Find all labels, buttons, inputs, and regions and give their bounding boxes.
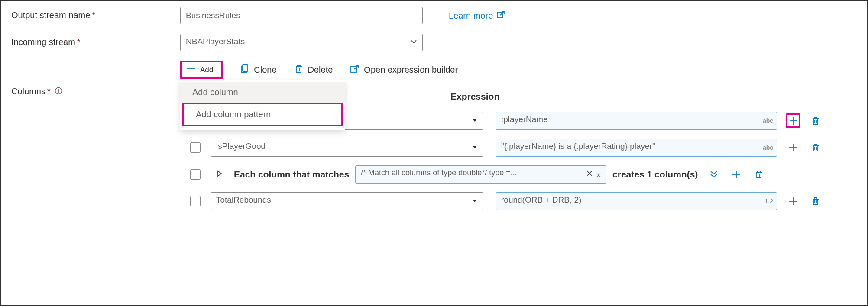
- info-icon[interactable]: [55, 87, 62, 97]
- chevron-down-icon: [410, 38, 417, 47]
- trash-icon: [294, 64, 304, 76]
- delete-row-button[interactable]: [808, 194, 823, 209]
- column-name-select[interactable]: isPlayerGood: [211, 139, 483, 157]
- delete-button[interactable]: Delete: [294, 64, 333, 76]
- delete-row-button[interactable]: [751, 167, 766, 182]
- column-name-select[interactable]: TotalRebounds: [211, 192, 483, 210]
- external-link-icon: [496, 10, 505, 21]
- expression-input[interactable]: "{:playerName} is a {:playerRating} play…: [496, 139, 777, 157]
- column-pattern-row: Each column that matches /* Match all co…: [180, 161, 857, 188]
- add-row-button[interactable]: [786, 194, 800, 209]
- type-hint-badge: abc: [763, 117, 773, 124]
- incoming-stream-label: Incoming stream*: [11, 34, 180, 47]
- caret-down-icon: [472, 143, 478, 152]
- row-checkbox[interactable]: [190, 196, 201, 206]
- open-expression-builder-button[interactable]: Open expression builder: [350, 64, 458, 76]
- output-stream-label: Output stream name*: [11, 7, 180, 20]
- copy-icon: [240, 64, 249, 76]
- expand-caret-icon[interactable]: [217, 170, 223, 179]
- add-button[interactable]: Add: [180, 61, 223, 79]
- pattern-match-input[interactable]: /* Match all columns of type double*/ ty…: [355, 165, 606, 184]
- plus-icon: [186, 64, 196, 76]
- external-link-icon: [350, 64, 360, 76]
- pattern-prefix-label: Each column that matches: [234, 169, 349, 180]
- expand-double-chevron-icon[interactable]: [706, 167, 721, 182]
- incoming-stream-select[interactable]: NBAPlayerStats: [180, 34, 423, 51]
- expression-input[interactable]: :playerName abc: [496, 112, 777, 130]
- add-dropdown-menu: Add column Add column pattern: [180, 80, 345, 130]
- expression-input[interactable]: round(ORB + DRB, 2) 1.2: [496, 192, 777, 210]
- delete-row-button[interactable]: [808, 140, 823, 155]
- output-stream-input[interactable]: [180, 7, 423, 24]
- column-row: TotalRebounds round(ORB + DRB, 2) 1.2: [180, 188, 857, 215]
- clone-button[interactable]: Clone: [240, 64, 276, 76]
- delete-row-button[interactable]: [808, 113, 823, 128]
- clear-icon[interactable]: [586, 170, 602, 180]
- columns-label: Columns*: [11, 61, 180, 97]
- row-checkbox[interactable]: [190, 169, 201, 180]
- add-column-menu-item[interactable]: Add column: [180, 82, 345, 103]
- caret-down-icon: [472, 116, 478, 126]
- add-row-button[interactable]: [786, 113, 800, 128]
- caret-down-icon: [472, 196, 478, 206]
- add-row-button[interactable]: [729, 167, 744, 182]
- add-column-pattern-menu-item[interactable]: Add column pattern: [182, 103, 343, 126]
- svg-point-3: [58, 89, 59, 90]
- svg-rect-6: [243, 65, 248, 71]
- learn-more-link[interactable]: Learn more: [449, 10, 505, 21]
- type-hint-badge: abc: [763, 144, 773, 151]
- type-hint-badge: 1.2: [765, 198, 773, 205]
- column-row: isPlayerGood "{:playerName} is a {:playe…: [180, 134, 857, 161]
- row-checkbox[interactable]: [190, 142, 201, 153]
- pattern-suffix-label: creates 1 column(s): [612, 169, 698, 180]
- add-row-button[interactable]: [786, 140, 800, 155]
- expression-header: Expression: [450, 91, 499, 102]
